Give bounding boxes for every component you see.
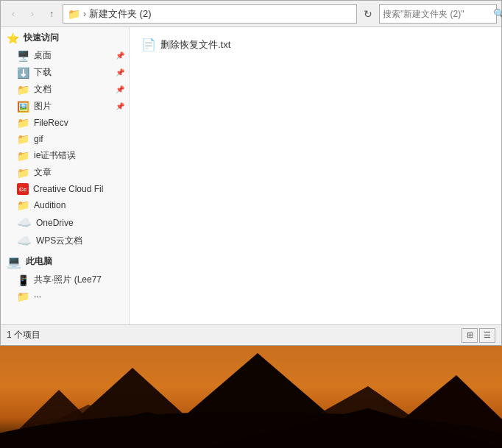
sidebar-item-share-photos[interactable]: 📱 共享·照片 (Lee77 — [1, 271, 129, 288]
sidebar-item-pictures[interactable]: 🖼️ 图片 📌 — [1, 98, 129, 115]
sidebar-this-pc-header[interactable]: 💻 此电脑 — [1, 252, 129, 271]
pin-icon-dl: 📌 — [116, 68, 124, 77]
sidebar-quick-access-header[interactable]: ⭐ 快速访问 — [1, 29, 129, 47]
phone-icon: 📱 — [17, 274, 29, 286]
onedrive-label: OneDrive — [36, 218, 123, 228]
address-separator: › — [83, 9, 86, 19]
article-folder-icon: 📁 — [17, 167, 29, 179]
quick-access-label: 快速访问 — [24, 32, 59, 44]
statusbar: 1 个项目 ⊞ ☰ — [1, 324, 501, 345]
search-input[interactable] — [383, 9, 493, 19]
main-area: ⭐ 快速访问 🖥️ 桌面 📌 ⬇️ 下载 📌 📁 文档 📌 🖼️ — [1, 27, 501, 324]
pin-icon-pic: 📌 — [116, 102, 124, 110]
pictures-icon: 🖼️ — [17, 101, 29, 113]
sidebar-item-wps[interactable]: ☁️ WPS云文档 — [1, 232, 129, 250]
pin-icon-doc: 📌 — [116, 85, 124, 93]
creative-cloud-label: Creative Cloud Fil — [33, 184, 123, 194]
article-label: 文章 — [34, 166, 123, 179]
desktop-label: 桌面 — [34, 49, 123, 62]
documents-icon: 📁 — [17, 84, 29, 96]
up-button[interactable]: ↑ — [43, 6, 60, 22]
this-pc-label: 此电脑 — [26, 255, 52, 268]
refresh-button[interactable]: ↻ — [360, 6, 376, 22]
creative-cloud-icon: Cc — [17, 183, 29, 195]
forward-button[interactable]: › — [24, 6, 40, 22]
sidebar-item-onedrive[interactable]: ☁️ OneDrive — [1, 213, 129, 232]
pictures-label: 图片 — [34, 100, 123, 113]
mountains-svg — [0, 346, 502, 448]
filerecv-folder-icon: 📁 — [17, 117, 29, 129]
sidebar: ⭐ 快速访问 🖥️ 桌面 📌 ⬇️ 下载 📌 📁 文档 📌 🖼️ — [1, 27, 130, 324]
quick-access-star-icon: ⭐ — [7, 32, 19, 44]
search-bar[interactable]: 🔍 — [379, 4, 497, 24]
more-label: ··· — [34, 291, 123, 302]
desktop-icon: 🖥️ — [17, 50, 29, 62]
back-button[interactable]: ‹ — [5, 6, 21, 22]
toolbar: ‹ › ↑ 📁 › 新建文件夹 (2) ↻ 🔍 — [1, 1, 501, 27]
wps-label: WPS云文档 — [36, 235, 123, 247]
sidebar-item-article[interactable]: 📁 文章 — [1, 164, 129, 181]
view-buttons: ⊞ ☰ — [462, 328, 495, 343]
sidebar-item-downloads[interactable]: ⬇️ 下载 📌 — [1, 64, 129, 81]
sidebar-item-desktop[interactable]: 🖥️ 桌面 📌 — [1, 47, 129, 64]
content-area: 📄 删除恢复文件.txt — [130, 27, 501, 324]
sidebar-item-audition[interactable]: 📁 Audition — [1, 197, 129, 213]
sidebar-item-more[interactable]: 📁 ··· — [1, 288, 129, 305]
ie-cert-label: ie证书错误 — [34, 149, 123, 162]
gif-label: gif — [34, 134, 123, 144]
documents-label: 文档 — [34, 83, 123, 96]
sidebar-item-creative-cloud[interactable]: Cc Creative Cloud Fil — [1, 181, 129, 197]
audition-folder-icon: 📁 — [17, 199, 29, 211]
status-text: 1 个项目 — [7, 329, 40, 341]
gif-folder-icon: 📁 — [17, 133, 29, 145]
txt-file-icon: 📄 — [141, 38, 156, 51]
sidebar-item-documents[interactable]: 📁 文档 📌 — [1, 81, 129, 98]
sidebar-item-filerecv[interactable]: 📁 FileRecv — [1, 115, 129, 131]
filerecv-label: FileRecv — [34, 118, 123, 128]
audition-label: Audition — [34, 200, 123, 210]
pin-icon: 📌 — [116, 51, 124, 60]
download-icon: ⬇️ — [17, 67, 29, 79]
address-path: 新建文件夹 (2) — [89, 7, 152, 21]
more-icon: 📁 — [17, 291, 29, 302]
file-explorer-window: ‹ › ↑ 📁 › 新建文件夹 (2) ↻ 🔍 ⭐ 快速访问 🖥️ 桌面 — [0, 0, 502, 346]
file-name-label: 删除恢复文件.txt — [160, 38, 230, 51]
folder-icon: 📁 — [68, 8, 80, 20]
pc-icon: 💻 — [7, 255, 21, 269]
search-button[interactable]: 🔍 — [493, 7, 502, 21]
list-view-button[interactable]: ☰ — [479, 328, 495, 343]
wps-icon: ☁️ — [17, 234, 32, 248]
address-bar[interactable]: 📁 › 新建文件夹 (2) — [63, 4, 357, 24]
share-photos-label: 共享·照片 (Lee77 — [34, 274, 123, 286]
tile-view-button[interactable]: ⊞ — [462, 328, 478, 343]
onedrive-icon: ☁️ — [17, 216, 32, 230]
landscape-background — [0, 346, 502, 448]
ie-cert-folder-icon: 📁 — [17, 150, 29, 162]
downloads-label: 下载 — [34, 66, 123, 79]
sidebar-item-ie-cert[interactable]: 📁 ie证书错误 — [1, 147, 129, 164]
file-item-txt[interactable]: 📄 删除恢复文件.txt — [137, 35, 494, 54]
sidebar-item-gif[interactable]: 📁 gif — [1, 131, 129, 147]
